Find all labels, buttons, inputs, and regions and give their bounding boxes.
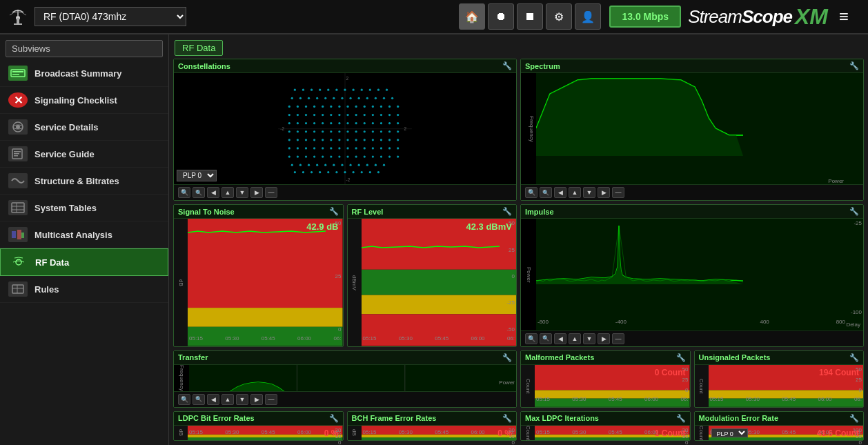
t-pan-right-btn[interactable]: ▶ (250, 394, 263, 405)
pan-right-btn[interactable]: ▶ (250, 187, 263, 198)
bitrate-badge: 13.0 Mbps (609, 6, 681, 28)
t-zoom-in-btn[interactable]: 🔍 (178, 394, 190, 405)
svg-point-129 (313, 147, 315, 149)
svg-point-37 (344, 89, 346, 91)
mer-value: 41.6 Count (817, 428, 859, 438)
svg-point-89 (330, 122, 332, 124)
settings-button[interactable]: ⚙ (546, 3, 572, 30)
mer-plp-select[interactable]: PLP 0 (711, 428, 748, 437)
svg-point-45 (308, 97, 310, 99)
record-button[interactable]: ⏺ (488, 3, 514, 30)
sidebar-item-service-guide[interactable]: Service Guide (0, 141, 168, 168)
sidebar-item-rules[interactable]: Rules (0, 276, 168, 303)
sidebar-item-signaling-checklist[interactable]: ✕ Signaling Checklist (0, 87, 168, 114)
transfer-x-axis: Power (189, 377, 516, 391)
s-pan-left-btn[interactable]: ◀ (554, 187, 566, 198)
pan-up-btn[interactable]: ▲ (221, 187, 234, 198)
s-pan-down-btn[interactable]: ▼ (583, 187, 595, 198)
svg-point-91 (346, 122, 348, 124)
pan-down-btn[interactable]: ▼ (236, 187, 248, 198)
svg-point-132 (338, 147, 340, 149)
multicast-analysis-icon (8, 227, 28, 242)
spectrum-body: Frequency -10 -15 -20 -25 -30 -35 -40 -4 (521, 73, 863, 184)
svg-point-134 (355, 147, 357, 149)
s-pan-up-btn[interactable]: ▲ (569, 187, 581, 198)
transfer-wrench[interactable]: 🔧 (502, 353, 512, 362)
menu-button[interactable]: ≡ (831, 7, 857, 26)
impulse-wrench[interactable]: 🔧 (849, 207, 859, 216)
up-body: Count 194 Count 05:1505:3005:4506:0006: (695, 365, 864, 407)
sidebar-item-service-details[interactable]: Service Details (0, 114, 168, 141)
t-pan-up-btn[interactable]: ▲ (221, 394, 234, 405)
s-zoom-in-btn2[interactable]: 🔍 (540, 187, 552, 198)
i-pan-down-btn[interactable]: ▼ (583, 333, 595, 344)
i-zoom-in-btn2[interactable]: 🔍 (540, 333, 552, 344)
rfl-x-axis: 05:1505:3005:4506:0006: (362, 334, 517, 346)
transfer-y-label: Frequency (174, 365, 189, 391)
bch-wrench[interactable]: 🔧 (502, 414, 512, 423)
svg-point-160 (341, 164, 343, 166)
sidebar-item-structure-bitrates[interactable]: Structure & Bitrates (0, 168, 168, 195)
spectrum-wrench[interactable]: 🔧 (849, 61, 859, 70)
sidebar-item-rf-data[interactable]: RF Data (0, 248, 168, 276)
svg-point-139 (397, 147, 399, 149)
svg-point-147 (346, 155, 348, 157)
svg-rect-2 (17, 18, 19, 23)
i-pan-up-btn[interactable]: ▲ (569, 333, 581, 344)
rfl-value: 42.3 dBmV (466, 221, 512, 232)
channel-select[interactable]: RF (DTA0) 473mhz (34, 7, 186, 26)
ldpc-wrench[interactable]: 🔧 (329, 414, 339, 423)
t-pan-left-btn[interactable]: ◀ (207, 394, 219, 405)
zoom-in-btn[interactable]: 🔍 (178, 187, 190, 198)
stop-button[interactable]: ⏹ (517, 3, 543, 30)
bch-chart: 0 % 05:1505:3005:4506:0006: 20100 (362, 426, 517, 440)
up-wrench[interactable]: 🔧 (849, 353, 859, 362)
s-pan-right-btn[interactable]: ▶ (598, 187, 610, 198)
maxldpc-body: Count 1 Count 05:1505:3005:4506:0006: 2 (521, 426, 690, 440)
rfl-wrench[interactable]: 🔧 (502, 207, 512, 216)
i-reset-btn[interactable]: — (612, 333, 624, 344)
t-pan-down-btn[interactable]: ▼ (236, 394, 248, 405)
zoom-in-btn2[interactable]: 🔍 (193, 187, 205, 198)
constellations-wrench[interactable]: 🔧 (502, 61, 512, 70)
s-reset-btn[interactable]: — (612, 187, 624, 198)
sidebar-item-system-tables[interactable]: System Tables (0, 195, 168, 221)
svg-point-87 (313, 122, 315, 124)
mer-wrench[interactable]: 🔧 (849, 414, 859, 423)
svg-point-71 (297, 114, 299, 116)
svg-point-123 (380, 139, 382, 141)
i-zoom-in-btn[interactable]: 🔍 (525, 333, 537, 344)
t-reset-btn[interactable]: — (265, 394, 277, 405)
home-button[interactable]: 🏠 (459, 3, 485, 30)
t-zoom-in-btn2[interactable]: 🔍 (193, 394, 205, 405)
mp-wrench[interactable]: 🔧 (676, 353, 686, 362)
mp-chart: 0 Count 05:1505:3005:4506:0006: 50250 (535, 365, 690, 407)
reset-btn[interactable]: — (265, 187, 277, 198)
svg-rect-11 (14, 151, 21, 152)
bch-title-text: BCH Frame Error Rates (352, 414, 437, 422)
spectrum-panel: Spectrum 🔧 Frequency -10 -15 -20 (520, 59, 864, 201)
profile-button[interactable]: 👤 (575, 3, 601, 30)
sidebar-item-broadcast-summary[interactable]: Broadcast Summary (0, 60, 168, 87)
svg-point-90 (338, 122, 340, 124)
svg-point-162 (358, 164, 360, 166)
sidebar-item-multicast-analysis[interactable]: Multicast Analysis (0, 221, 168, 248)
maxldpc-wrench[interactable]: 🔧 (676, 414, 686, 423)
stn-wrench[interactable]: 🔧 (329, 207, 339, 216)
i-pan-right-btn[interactable]: ▶ (598, 333, 610, 344)
svg-point-49 (341, 97, 343, 99)
plp-select[interactable]: PLP 0 (177, 170, 217, 181)
i-pan-left-btn[interactable]: ◀ (554, 333, 566, 344)
rfl-body: dBmV 42.3 dBmV 05:1505:3005:4506:0006: (348, 219, 517, 346)
rf-data-label: RF Data (35, 257, 69, 268)
stn-y-label: dB (174, 219, 188, 346)
service-details-label: Service Details (34, 122, 99, 132)
svg-point-74 (322, 114, 324, 116)
s-zoom-in-btn[interactable]: 🔍 (525, 187, 537, 198)
pan-left-btn[interactable]: ◀ (207, 187, 219, 198)
impulse-y-labels: -25-100 (847, 219, 863, 316)
svg-point-69 (397, 106, 399, 108)
svg-point-174 (361, 171, 363, 173)
svg-point-133 (346, 147, 348, 149)
spectrum-svg (536, 73, 863, 184)
